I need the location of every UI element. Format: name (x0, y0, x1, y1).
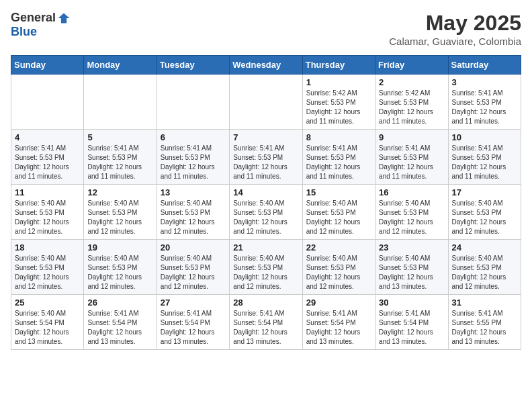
day-number: 15 (306, 187, 371, 197)
day-info: Sunrise: 5:40 AM Sunset: 5:53 PM Dayligh… (379, 199, 444, 236)
calendar-day-header: Saturday (448, 56, 521, 75)
calendar-week-row: 11Sunrise: 5:40 AM Sunset: 5:53 PM Dayli… (11, 185, 521, 240)
calendar-day-cell: 2Sunrise: 5:42 AM Sunset: 5:53 PM Daylig… (375, 75, 448, 130)
day-number: 8 (306, 132, 371, 142)
day-info: Sunrise: 5:40 AM Sunset: 5:53 PM Dayligh… (161, 199, 226, 236)
day-number: 27 (161, 298, 226, 308)
day-number: 10 (452, 132, 517, 142)
day-number: 31 (452, 298, 517, 308)
calendar-day-cell: 12Sunrise: 5:40 AM Sunset: 5:53 PM Dayli… (84, 185, 157, 240)
calendar-day-cell: 18Sunrise: 5:40 AM Sunset: 5:53 PM Dayli… (11, 240, 84, 295)
calendar-day-cell: 25Sunrise: 5:40 AM Sunset: 5:54 PM Dayli… (11, 295, 84, 350)
calendar-day-cell: 15Sunrise: 5:40 AM Sunset: 5:53 PM Dayli… (302, 185, 375, 240)
calendar-day-cell: 27Sunrise: 5:41 AM Sunset: 5:54 PM Dayli… (157, 295, 229, 350)
day-number: 21 (233, 242, 298, 253)
day-number: 25 (15, 298, 80, 308)
day-info: Sunrise: 5:41 AM Sunset: 5:53 PM Dayligh… (306, 144, 371, 181)
day-info: Sunrise: 5:40 AM Sunset: 5:53 PM Dayligh… (87, 199, 152, 236)
logo-general-text: General (11, 11, 56, 25)
location-subtitle: Calamar, Guaviare, Colombia (389, 36, 521, 47)
day-number: 20 (161, 242, 226, 253)
calendar-day-header: Monday (84, 56, 157, 75)
day-info: Sunrise: 5:41 AM Sunset: 5:55 PM Dayligh… (452, 309, 517, 347)
calendar-day-cell: 6Sunrise: 5:41 AM Sunset: 5:53 PM Daylig… (157, 130, 229, 185)
calendar-day-cell: 31Sunrise: 5:41 AM Sunset: 5:55 PM Dayli… (448, 295, 521, 350)
logo: General Blue (11, 11, 71, 39)
calendar-day-cell (11, 75, 84, 130)
calendar-day-cell: 22Sunrise: 5:40 AM Sunset: 5:53 PM Dayli… (302, 240, 375, 295)
day-info: Sunrise: 5:41 AM Sunset: 5:53 PM Dayligh… (452, 89, 517, 126)
day-number: 7 (233, 132, 298, 142)
calendar-day-cell (230, 75, 302, 130)
calendar-table: SundayMondayTuesdayWednesdayThursdayFrid… (11, 55, 521, 350)
svg-marker-0 (58, 13, 70, 23)
calendar-day-cell: 1Sunrise: 5:42 AM Sunset: 5:53 PM Daylig… (302, 75, 375, 130)
day-number: 19 (87, 242, 152, 253)
calendar-day-cell: 13Sunrise: 5:40 AM Sunset: 5:53 PM Dayli… (157, 185, 229, 240)
day-info: Sunrise: 5:40 AM Sunset: 5:53 PM Dayligh… (233, 199, 298, 236)
calendar-day-header: Tuesday (157, 56, 229, 75)
page-header: General Blue May 2025 Calamar, Guaviare,… (11, 11, 521, 47)
calendar-week-row: 18Sunrise: 5:40 AM Sunset: 5:53 PM Dayli… (11, 240, 521, 295)
calendar-day-header: Sunday (11, 56, 84, 75)
day-info: Sunrise: 5:40 AM Sunset: 5:53 PM Dayligh… (379, 254, 444, 291)
day-number: 4 (15, 132, 80, 142)
day-info: Sunrise: 5:40 AM Sunset: 5:53 PM Dayligh… (87, 254, 152, 291)
day-number: 16 (379, 187, 444, 197)
calendar-day-cell: 30Sunrise: 5:41 AM Sunset: 5:54 PM Dayli… (375, 295, 448, 350)
day-number: 28 (233, 298, 298, 308)
calendar-day-cell: 11Sunrise: 5:40 AM Sunset: 5:53 PM Dayli… (11, 185, 84, 240)
calendar-day-cell: 26Sunrise: 5:41 AM Sunset: 5:54 PM Dayli… (84, 295, 157, 350)
day-info: Sunrise: 5:40 AM Sunset: 5:54 PM Dayligh… (15, 309, 80, 347)
day-info: Sunrise: 5:41 AM Sunset: 5:54 PM Dayligh… (233, 309, 298, 347)
calendar-day-cell: 7Sunrise: 5:41 AM Sunset: 5:53 PM Daylig… (230, 130, 302, 185)
calendar-day-cell: 17Sunrise: 5:40 AM Sunset: 5:53 PM Dayli… (448, 185, 521, 240)
day-number: 14 (233, 187, 298, 197)
day-info: Sunrise: 5:40 AM Sunset: 5:53 PM Dayligh… (161, 254, 226, 291)
calendar-day-cell (84, 75, 157, 130)
calendar-day-cell: 9Sunrise: 5:41 AM Sunset: 5:53 PM Daylig… (375, 130, 448, 185)
day-number: 22 (306, 242, 371, 253)
calendar-week-row: 4Sunrise: 5:41 AM Sunset: 5:53 PM Daylig… (11, 130, 521, 185)
day-number: 30 (379, 298, 444, 308)
calendar-day-cell: 4Sunrise: 5:41 AM Sunset: 5:53 PM Daylig… (11, 130, 84, 185)
day-info: Sunrise: 5:40 AM Sunset: 5:53 PM Dayligh… (306, 254, 371, 291)
day-info: Sunrise: 5:41 AM Sunset: 5:54 PM Dayligh… (379, 309, 444, 347)
day-number: 13 (161, 187, 226, 197)
day-info: Sunrise: 5:42 AM Sunset: 5:53 PM Dayligh… (379, 89, 444, 126)
day-number: 9 (379, 132, 444, 142)
day-info: Sunrise: 5:41 AM Sunset: 5:53 PM Dayligh… (233, 144, 298, 181)
calendar-day-header: Thursday (302, 56, 375, 75)
day-info: Sunrise: 5:40 AM Sunset: 5:53 PM Dayligh… (233, 254, 298, 291)
calendar-day-cell: 29Sunrise: 5:41 AM Sunset: 5:54 PM Dayli… (302, 295, 375, 350)
day-number: 26 (87, 298, 152, 308)
calendar-day-cell: 14Sunrise: 5:40 AM Sunset: 5:53 PM Dayli… (230, 185, 302, 240)
month-year-title: May 2025 (389, 11, 521, 36)
day-info: Sunrise: 5:41 AM Sunset: 5:53 PM Dayligh… (87, 144, 152, 181)
day-info: Sunrise: 5:40 AM Sunset: 5:53 PM Dayligh… (452, 254, 517, 291)
calendar-day-cell: 3Sunrise: 5:41 AM Sunset: 5:53 PM Daylig… (448, 75, 521, 130)
calendar-header-row: SundayMondayTuesdayWednesdayThursdayFrid… (11, 56, 521, 75)
day-info: Sunrise: 5:41 AM Sunset: 5:54 PM Dayligh… (306, 309, 371, 347)
calendar-day-cell: 19Sunrise: 5:40 AM Sunset: 5:53 PM Dayli… (84, 240, 157, 295)
calendar-day-cell (157, 75, 229, 130)
day-number: 5 (87, 132, 152, 142)
calendar-day-cell: 23Sunrise: 5:40 AM Sunset: 5:53 PM Dayli… (375, 240, 448, 295)
day-number: 23 (379, 242, 444, 253)
day-info: Sunrise: 5:41 AM Sunset: 5:54 PM Dayligh… (161, 309, 226, 347)
day-number: 1 (306, 77, 371, 87)
day-info: Sunrise: 5:41 AM Sunset: 5:53 PM Dayligh… (379, 144, 444, 181)
day-info: Sunrise: 5:40 AM Sunset: 5:53 PM Dayligh… (15, 199, 80, 236)
day-info: Sunrise: 5:40 AM Sunset: 5:53 PM Dayligh… (15, 254, 80, 291)
calendar-day-header: Wednesday (230, 56, 302, 75)
day-number: 17 (452, 187, 517, 197)
calendar-week-row: 25Sunrise: 5:40 AM Sunset: 5:54 PM Dayli… (11, 295, 521, 350)
day-info: Sunrise: 5:41 AM Sunset: 5:53 PM Dayligh… (161, 144, 226, 181)
day-number: 2 (379, 77, 444, 87)
day-number: 6 (161, 132, 226, 142)
day-info: Sunrise: 5:41 AM Sunset: 5:53 PM Dayligh… (452, 144, 517, 181)
day-number: 12 (87, 187, 152, 197)
logo-blue-text: Blue (11, 25, 37, 39)
title-block: May 2025 Calamar, Guaviare, Colombia (389, 11, 521, 47)
calendar-day-cell: 24Sunrise: 5:40 AM Sunset: 5:53 PM Dayli… (448, 240, 521, 295)
